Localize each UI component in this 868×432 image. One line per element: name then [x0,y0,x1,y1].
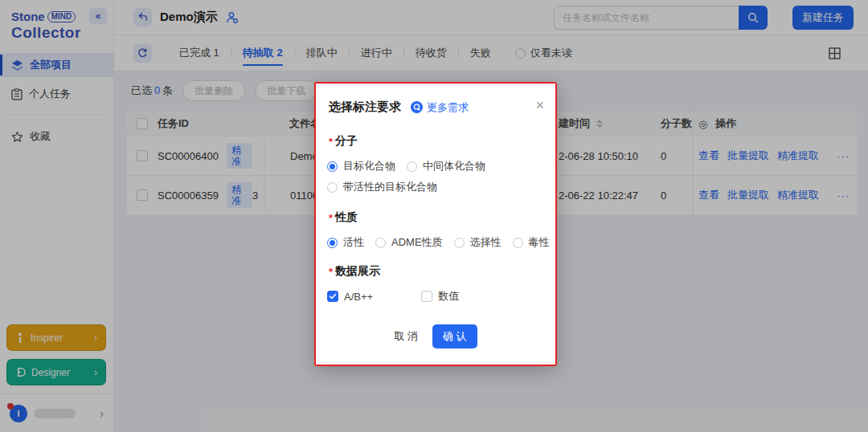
molecule-options-line2: 带活性的目标化合物 [316,180,555,194]
checkbox-icon [421,291,432,302]
radio-adme[interactable]: ADME性质 [375,235,443,250]
annotation-requirements-dialog: 选择标注要求 更多需求 × * 分子 目标化合物 中间体化合物 带活性的目标化合… [314,82,557,366]
radio-activity[interactable]: 活性 [327,235,364,250]
radio-icon [454,238,465,248]
molecule-options: 目标化合物 中间体化合物 [316,159,555,173]
checkbox-icon [327,291,338,302]
radio-icon [375,238,386,248]
data-display-options: A/B++ 数值 [316,289,555,304]
radio-icon [327,182,338,193]
cancel-button[interactable]: 取 消 [394,329,418,344]
section-label-molecule: * 分子 [316,134,555,149]
radio-icon [407,161,417,172]
confirm-button[interactable]: 确 认 [432,324,477,348]
modal-header: 选择标注要求 更多需求 × [316,84,555,115]
radio-icon [513,238,523,248]
modal-footer: 取 消 确 认 [316,324,555,348]
required-asterisk: * [329,212,333,224]
section-label-property: * 性质 [316,210,555,225]
check-icon [329,292,337,300]
more-requirements-link[interactable]: 更多需求 [411,100,469,115]
radio-selectivity[interactable]: 选择性 [454,235,502,250]
checkbox-ab-plus[interactable]: A/B++ [327,291,373,303]
radio-icon [327,161,338,172]
section-label-data-display: * 数据展示 [316,264,555,279]
property-options: 活性 ADME性质 选择性 毒性 [316,235,555,250]
radio-active-target-compound[interactable]: 带活性的目标化合物 [327,180,437,194]
radio-icon [327,238,338,248]
radio-target-compound[interactable]: 目标化合物 [327,159,395,173]
radio-intermediate-compound[interactable]: 中间体化合物 [407,159,485,173]
radio-toxicity[interactable]: 毒性 [513,235,550,250]
close-icon[interactable]: × [535,98,544,112]
modal-title: 选择标注要求 [329,100,401,115]
checkbox-numeric[interactable]: 数值 [421,289,459,304]
required-asterisk: * [329,136,333,148]
required-asterisk: * [329,266,333,278]
service-icon [411,101,423,113]
